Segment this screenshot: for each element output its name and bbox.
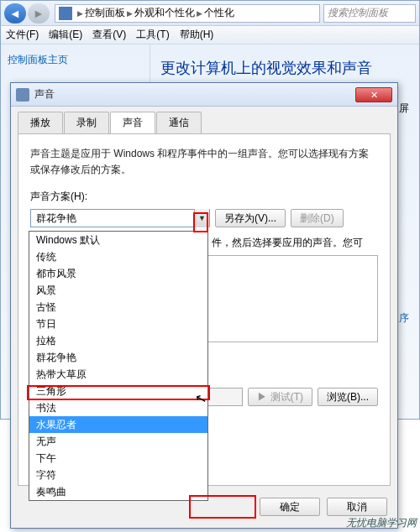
- browse-button[interactable]: 浏览(B)...: [318, 388, 378, 406]
- chevron-right-icon: ▶: [77, 9, 83, 18]
- menu-help[interactable]: 帮助(H): [180, 28, 214, 42]
- menu-file[interactable]: 文件(F): [6, 28, 39, 42]
- scheme-option[interactable]: 书法: [29, 399, 207, 416]
- page-title: 更改计算机上的视觉效果和声音: [160, 58, 409, 78]
- delete-button[interactable]: 删除(D): [291, 209, 344, 227]
- scheme-option[interactable]: 节日: [29, 316, 207, 332]
- scheme-option[interactable]: 热带大草原: [29, 366, 207, 383]
- scheme-option[interactable]: 古怪: [29, 299, 207, 316]
- scheme-row: 群花争艳 ▼ 另存为(V)... 删除(D): [30, 209, 378, 227]
- scheme-dropdown-list[interactable]: Windows 默认 传统 都市风景 风景 古怪 节日 拉格 群花争艳 热带大草…: [29, 231, 208, 501]
- nav-forward-button[interactable]: ►: [28, 3, 50, 23]
- chevron-right-icon: ▶: [127, 9, 133, 18]
- chevron-right-icon: ▶: [197, 9, 202, 18]
- scheme-selected-text: 群花争艳: [31, 211, 194, 226]
- scheme-option[interactable]: 传统: [29, 248, 207, 265]
- explorer-titlebar: ◄ ► ▶ 控制面板 ▶ 外观和个性化 ▶ 个性化 搜索控制面板: [1, 1, 419, 26]
- scheme-option[interactable]: 三角形: [29, 383, 207, 399]
- scheme-label: 声音方案(H):: [30, 190, 378, 204]
- scheme-option[interactable]: 群花争艳: [29, 349, 207, 366]
- tab-bar: 播放 录制 声音 通信: [11, 107, 397, 133]
- menubar: 文件(F) 编辑(E) 查看(V) 工具(T) 帮助(H): [1, 26, 419, 44]
- sidebar-home-link[interactable]: 控制面板主页: [8, 53, 143, 67]
- scheme-option[interactable]: Windows 默认: [29, 232, 207, 248]
- scheme-combobox[interactable]: 群花争艳 ▼: [30, 209, 210, 227]
- dropdown-arrow-icon[interactable]: ▼: [194, 209, 209, 227]
- scheme-option[interactable]: 风景: [29, 282, 207, 299]
- menu-view[interactable]: 查看(V): [92, 28, 126, 42]
- dialog-titlebar: 声音 ✕: [11, 83, 397, 107]
- test-button[interactable]: ▶ 测试(T): [248, 388, 312, 406]
- tab-communications[interactable]: 通信: [156, 112, 202, 133]
- breadcrumb[interactable]: ▶ 控制面板 ▶ 外观和个性化 ▶ 个性化: [55, 4, 320, 23]
- scheme-option[interactable]: 奏鸣曲: [29, 483, 207, 500]
- save-as-button[interactable]: 另存为(V)...: [215, 209, 286, 227]
- menu-tools[interactable]: 工具(T): [136, 28, 169, 42]
- scheme-option[interactable]: 字符: [29, 467, 207, 483]
- tab-playback[interactable]: 播放: [18, 112, 63, 133]
- nav-back-button[interactable]: ◄: [4, 3, 26, 23]
- scheme-option[interactable]: 都市风景: [29, 265, 207, 282]
- breadcrumb-item[interactable]: 外观和个性化: [134, 6, 195, 20]
- tab-recording[interactable]: 录制: [64, 112, 109, 133]
- breadcrumb-icon: [59, 7, 72, 20]
- cancel-button[interactable]: 取消: [327, 498, 387, 516]
- ok-button[interactable]: 确定: [260, 498, 320, 516]
- sounds-description: 声音主题是应用于 Windows 和程序事件中的一组声音。您可以选择现有方案或保…: [30, 146, 378, 178]
- close-button[interactable]: ✕: [355, 87, 392, 102]
- menu-edit[interactable]: 编辑(E): [49, 28, 82, 42]
- footer-logo: 无忧电脑学习网: [346, 516, 417, 530]
- breadcrumb-item[interactable]: 控制面板: [85, 6, 125, 20]
- tab-sounds[interactable]: 声音: [110, 112, 155, 133]
- search-input[interactable]: 搜索控制面板: [323, 4, 416, 23]
- scheme-option[interactable]: 无声: [29, 433, 207, 450]
- dialog-title: 声音: [34, 87, 355, 102]
- breadcrumb-item[interactable]: 个性化: [204, 6, 234, 20]
- scheme-option[interactable]: 下午: [29, 450, 207, 467]
- scheme-option-selected[interactable]: 水果忍者: [29, 416, 207, 433]
- scheme-option[interactable]: 拉格: [29, 332, 207, 349]
- speaker-icon: [16, 88, 29, 102]
